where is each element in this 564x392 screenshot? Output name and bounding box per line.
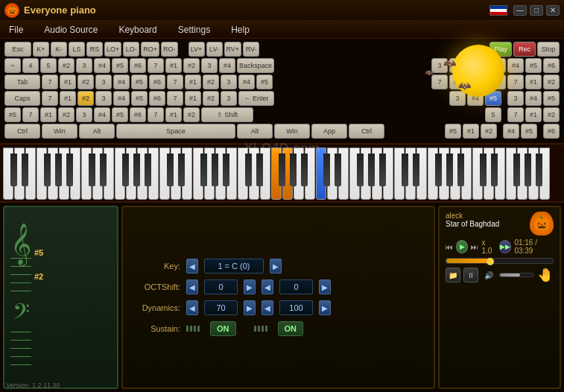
key-r1-1[interactable]: 3 <box>431 58 448 73</box>
oct2-right-arrow[interactable]: ▶ <box>319 279 331 294</box>
key-r3-5[interactable]: #4 <box>525 91 542 106</box>
minimize-button[interactable]: — <box>513 5 527 16</box>
key-1-6[interactable]: #5 <box>112 58 128 73</box>
key-2-10[interactable]: #2 <box>203 75 219 89</box>
key-ro[interactable]: RO- <box>161 42 178 57</box>
prev-button[interactable]: ⏮ <box>446 243 453 251</box>
key-r1-6[interactable]: #5 <box>525 58 542 73</box>
piano-black-key[interactable] <box>413 154 419 186</box>
piano-black-key[interactable] <box>44 154 51 186</box>
key-2-11[interactable]: 3 <box>221 75 237 89</box>
key-r1-7[interactable]: #6 <box>543 58 560 73</box>
oct1-right-arrow[interactable]: ▶ <box>244 279 256 294</box>
play-pause-button[interactable]: ▶ <box>456 240 468 253</box>
piano-black-key[interactable] <box>122 154 129 186</box>
piano-black-key[interactable] <box>335 154 341 186</box>
key-lo[interactable]: LO- <box>123 42 139 57</box>
key-3-2[interactable]: #1 <box>60 91 76 106</box>
key-r5-3[interactable]: #2 <box>481 124 497 139</box>
key-4-9[interactable]: 7 <box>148 107 164 122</box>
key-backspace[interactable]: Backspace <box>237 58 274 73</box>
progress-bar[interactable] <box>446 258 554 264</box>
key-4-4[interactable]: #2 <box>58 107 75 122</box>
volume-slider[interactable] <box>499 273 534 277</box>
menu-audio-source[interactable]: Audio Source <box>39 23 102 37</box>
piano-black-key[interactable] <box>435 154 442 186</box>
key-r2-6[interactable]: #1 <box>525 75 542 89</box>
maximize-button[interactable]: □ <box>530 5 543 16</box>
key-1-1[interactable]: 4 <box>22 58 39 73</box>
key-4-1[interactable]: #5 <box>4 107 21 122</box>
folder-button[interactable]: 📁 <box>446 268 460 282</box>
key-2-6[interactable]: #5 <box>131 75 148 89</box>
key-tab[interactable]: Tab <box>4 75 40 89</box>
key-alt[interactable]: Alt <box>79 124 115 139</box>
key-2-7[interactable]: #6 <box>149 75 165 89</box>
piano-black-key[interactable] <box>256 154 263 186</box>
piano-black-key[interactable] <box>446 154 453 186</box>
piano-black-key[interactable] <box>178 154 185 186</box>
menu-keyboard[interactable]: Keyboard <box>114 23 161 37</box>
piano-black-key[interactable] <box>10 154 17 186</box>
key-3-9[interactable]: #1 <box>185 91 201 106</box>
key-r5-1[interactable]: #5 <box>445 124 461 139</box>
key-kplus[interactable]: K+ <box>33 42 49 57</box>
key-4-8[interactable]: #6 <box>130 107 146 122</box>
key-2-9[interactable]: #1 <box>185 75 201 89</box>
piano-black-key[interactable] <box>55 154 62 186</box>
key-1-8[interactable]: 7 <box>148 58 164 73</box>
key-r5-2[interactable]: #1 <box>463 124 479 139</box>
key-2-2[interactable]: #1 <box>60 75 76 89</box>
key-2-5[interactable]: #4 <box>113 75 130 89</box>
sustain2-button[interactable]: ON <box>278 321 304 336</box>
key-3-3-highlight[interactable]: #2 <box>77 91 94 106</box>
key-3-5[interactable]: #4 <box>113 91 130 106</box>
key-ctrl2[interactable]: Ctrl <box>349 124 384 139</box>
key-space[interactable]: Space <box>116 124 235 139</box>
key-3-1[interactable]: 7 <box>42 91 58 106</box>
key-r5-4[interactable]: #4 <box>503 124 519 139</box>
key-roplus[interactable]: RO+ <box>141 42 159 57</box>
key-1-12[interactable]: #4 <box>219 58 235 73</box>
key-2-4[interactable]: 3 <box>95 75 112 89</box>
key-4-7[interactable]: #5 <box>112 107 128 122</box>
key-3-10[interactable]: #2 <box>203 91 219 106</box>
key-1-10[interactable]: #2 <box>183 58 200 73</box>
key-rvplus[interactable]: RV+ <box>224 42 242 57</box>
key-win2[interactable]: Win <box>274 124 310 139</box>
key-shift[interactable]: ⇧ Shift <box>201 107 253 122</box>
key-r4-1[interactable]: 5 <box>485 107 501 122</box>
key-1-5[interactable]: #4 <box>94 58 110 73</box>
piano-black-key[interactable] <box>513 154 520 186</box>
hand-icon[interactable]: 🤚 <box>537 267 554 283</box>
key-kminus[interactable]: K- <box>51 42 67 57</box>
forward-button[interactable]: ▶▶ <box>499 240 511 253</box>
key-4-11[interactable]: #2 <box>183 107 200 122</box>
piano-black-key[interactable] <box>22 154 28 186</box>
piano-black-key[interactable] <box>245 154 252 186</box>
key-4-6[interactable]: #4 <box>94 107 110 122</box>
key-rv[interactable]: RV- <box>243 42 259 57</box>
key-enter[interactable]: ← Enter <box>238 91 274 106</box>
key-3-7[interactable]: #6 <box>149 91 165 106</box>
dyn1-left-arrow[interactable]: ◀ <box>186 300 198 315</box>
key-loplus[interactable]: LO+ <box>104 42 121 57</box>
key-r5-5[interactable]: #5 <box>521 124 537 139</box>
key-r1-5[interactable]: #4 <box>507 58 524 73</box>
piano-black-key[interactable] <box>357 154 364 186</box>
key-r4-4[interactable]: #2 <box>543 107 560 122</box>
piano-black-key[interactable] <box>167 154 174 186</box>
key-1-11[interactable]: 3 <box>201 58 218 73</box>
piano-black-key[interactable] <box>323 154 330 186</box>
key-app[interactable]: App <box>311 124 347 139</box>
pause-button[interactable]: ⏸ <box>463 268 478 282</box>
key-r2-1[interactable]: 7 <box>431 75 448 89</box>
stop-button[interactable]: Stop <box>537 42 560 57</box>
piano-black-key[interactable] <box>279 154 285 186</box>
key-r5-6[interactable]: #6 <box>543 124 560 139</box>
oct1-left-arrow[interactable]: ◀ <box>186 279 198 294</box>
piano-black-key[interactable] <box>290 154 297 186</box>
piano-black-key[interactable] <box>480 154 487 186</box>
piano-black-key[interactable] <box>368 154 375 186</box>
piano-black-key[interactable] <box>301 154 308 186</box>
